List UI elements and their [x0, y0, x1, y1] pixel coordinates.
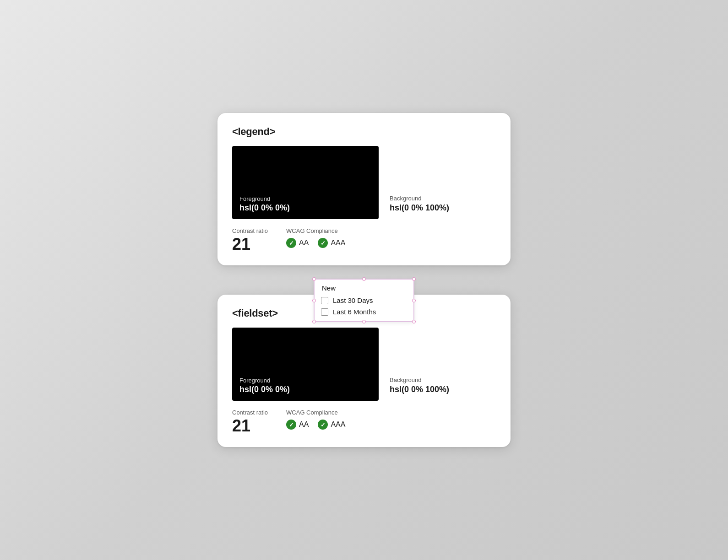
fieldset-preview-box: Foreground hsl(0 0% 0%)	[232, 328, 379, 401]
fieldset-contrast-value: 21	[232, 418, 268, 434]
handle-mr[interactable]	[412, 299, 416, 302]
fieldset-foreground-info: Foreground hsl(0 0% 0%)	[239, 377, 290, 394]
handle-ml[interactable]	[312, 299, 316, 302]
cards-container: <legend> Foreground hsl(0 0% 0%) Backgro…	[217, 113, 511, 447]
legend-check-aaa-icon	[318, 238, 328, 248]
fieldset-bg-label: Background	[390, 377, 449, 383]
fieldset-fg-label: Foreground	[239, 377, 290, 384]
legend-wcag-badges: AA AAA	[286, 238, 345, 248]
legend-check-aa-icon	[286, 238, 296, 248]
fieldset-wcag-block: WCAG Compliance AA AAA	[286, 409, 345, 430]
overlay-checkbox-last6months[interactable]	[321, 308, 328, 316]
legend-bg-value: hsl(0 0% 100%)	[390, 203, 449, 213]
overlay-option-last6months[interactable]: Last 6 Months	[321, 308, 406, 316]
legend-metrics-row: Contrast ratio 21 WCAG Compliance AA AAA	[232, 227, 496, 253]
fieldset-preview-row: Foreground hsl(0 0% 0%) Background hsl(0…	[232, 328, 496, 401]
legend-contrast-block: Contrast ratio 21	[232, 227, 268, 253]
fieldset-wcag-label: WCAG Compliance	[286, 409, 345, 416]
legend-badge-aaa-label: AAA	[331, 239, 345, 247]
handle-bl[interactable]	[312, 320, 316, 323]
legend-fg-value: hsl(0 0% 0%)	[239, 203, 290, 213]
legend-badge-aa: AA	[286, 238, 309, 248]
overlay-label-last6months: Last 6 Months	[333, 308, 376, 316]
fieldset-badge-aaa-label: AAA	[331, 420, 345, 429]
floating-overlay[interactable]: New Last 30 Days Last 6 Months	[314, 279, 414, 322]
overlay-checkbox-last30[interactable]	[321, 297, 328, 304]
handle-br[interactable]	[412, 320, 416, 323]
fieldset-badge-aa-label: AA	[299, 420, 309, 429]
selection-box[interactable]: New Last 30 Days Last 6 Months	[314, 279, 414, 322]
legend-foreground-info: Foreground hsl(0 0% 0%)	[239, 195, 290, 213]
fieldset-badge-aaa: AAA	[318, 420, 345, 430]
fieldset-metrics-row: Contrast ratio 21 WCAG Compliance AA AAA	[232, 409, 496, 434]
handle-tr[interactable]	[412, 277, 416, 281]
overlay-title: New	[321, 284, 406, 292]
fieldset-fg-value: hsl(0 0% 0%)	[239, 385, 290, 394]
fieldset-wcag-badges: AA AAA	[286, 420, 345, 430]
fieldset-check-aaa-icon	[318, 420, 328, 430]
legend-contrast-value: 21	[232, 236, 268, 253]
fieldset-bg-info: Background hsl(0 0% 100%)	[379, 328, 449, 401]
legend-badge-aa-label: AA	[299, 239, 309, 247]
legend-wcag-block: WCAG Compliance AA AAA	[286, 227, 345, 248]
handle-tc[interactable]	[362, 277, 366, 281]
fieldset-badge-aa: AA	[286, 420, 309, 430]
legend-fg-label: Foreground	[239, 195, 290, 202]
handle-bc[interactable]	[362, 320, 366, 323]
fieldset-contrast-block: Contrast ratio 21	[232, 409, 268, 434]
legend-bg-info: Background hsl(0 0% 100%)	[379, 146, 449, 219]
fieldset-bg-value: hsl(0 0% 100%)	[390, 385, 449, 394]
legend-contrast-label: Contrast ratio	[232, 227, 268, 234]
legend-card: <legend> Foreground hsl(0 0% 0%) Backgro…	[217, 113, 511, 265]
legend-bg-label: Background	[390, 195, 449, 202]
handle-tl[interactable]	[312, 277, 316, 281]
overlay-label-last30: Last 30 Days	[333, 296, 373, 304]
overlay-option-last30[interactable]: Last 30 Days	[321, 296, 406, 304]
fieldset-contrast-label: Contrast ratio	[232, 409, 268, 416]
legend-preview-box: Foreground hsl(0 0% 0%)	[232, 146, 379, 219]
fieldset-check-aa-icon	[286, 420, 296, 430]
legend-badge-aaa: AAA	[318, 238, 345, 248]
legend-preview-row: Foreground hsl(0 0% 0%) Background hsl(0…	[232, 146, 496, 219]
legend-card-title: <legend>	[232, 126, 496, 138]
legend-wcag-label: WCAG Compliance	[286, 227, 345, 234]
